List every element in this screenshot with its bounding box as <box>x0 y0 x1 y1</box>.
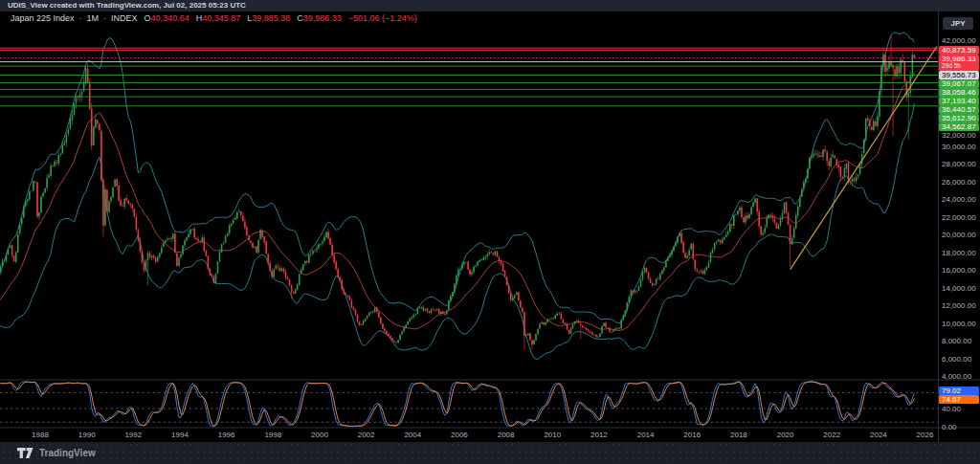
svg-text:39,556.73: 39,556.73 <box>942 71 976 79</box>
svg-text:38,058.46: 38,058.46 <box>942 88 976 97</box>
low-value: 39,885.38 <box>252 13 290 23</box>
svg-text:2008: 2008 <box>498 431 515 439</box>
svg-text:2000: 2000 <box>311 431 328 439</box>
legend-separator: · <box>79 13 82 23</box>
bollinger-bands[interactable] <box>0 33 914 359</box>
svg-text:2026: 2026 <box>917 431 934 439</box>
svg-text:42,000.00: 42,000.00 <box>942 36 976 45</box>
svg-text:10,000.00: 10,000.00 <box>942 320 976 328</box>
time-scale[interactable]: 1988199019921994199619982000200220042006… <box>32 431 934 439</box>
symbol-interval[interactable]: 1M <box>87 13 100 23</box>
tradingview-chart-export: UDIS_View created with TradingView.com, … <box>0 0 980 464</box>
close-value: 39,986.33 <box>303 13 342 23</box>
high-value: 40,345.87 <box>202 13 240 23</box>
change-value: −501.06 (−1.24%) <box>348 13 417 23</box>
svg-text:26,000.00: 26,000.00 <box>942 178 976 187</box>
svg-text:40.00: 40.00 <box>942 405 962 413</box>
svg-text:34,562.87: 34,562.87 <box>942 122 976 131</box>
svg-text:4,000.00: 4,000.00 <box>942 372 972 381</box>
svg-text:24,000.00: 24,000.00 <box>942 195 976 204</box>
svg-text:28,000.00: 28,000.00 <box>942 160 976 168</box>
svg-text:2018: 2018 <box>730 431 747 439</box>
svg-text:74.67: 74.67 <box>942 395 962 404</box>
export-header-text: UDIS_View created with TradingView.com, … <box>8 1 246 10</box>
svg-text:1998: 1998 <box>264 431 281 439</box>
svg-text:2006: 2006 <box>451 431 468 439</box>
svg-text:1992: 1992 <box>124 431 142 439</box>
svg-text:1996: 1996 <box>218 431 235 439</box>
currency-button[interactable]: JPY <box>943 17 973 30</box>
svg-text:18,000.00: 18,000.00 <box>942 249 976 257</box>
svg-text:37,193.40: 37,193.40 <box>942 97 976 105</box>
ohlc-high: H40,345.87 <box>196 13 241 23</box>
legend-separator: · <box>103 13 106 23</box>
svg-text:29d 5h: 29d 5h <box>942 62 961 69</box>
chart-canvas[interactable]: 40,873.5939,986.3329d 5h39,556.7339,067.… <box>0 0 980 464</box>
svg-text:1988: 1988 <box>32 431 49 439</box>
tradingview-logo-icon[interactable] <box>17 448 33 458</box>
svg-text:2024: 2024 <box>870 431 887 439</box>
svg-text:30,000.00: 30,000.00 <box>942 143 976 151</box>
stochastic-d-line <box>0 382 914 427</box>
svg-text:2002: 2002 <box>358 431 375 439</box>
svg-text:2004: 2004 <box>404 431 421 439</box>
symbol-exchange[interactable]: INDEX <box>111 13 138 23</box>
svg-text:32,000.00: 32,000.00 <box>942 131 976 140</box>
symbol-legend: Japan 225 Index · 1M · INDEX O40,340.64 … <box>11 13 417 23</box>
svg-text:20,000.00: 20,000.00 <box>942 231 976 239</box>
svg-text:2016: 2016 <box>683 431 701 439</box>
trendline[interactable] <box>791 47 937 270</box>
candlestick-series[interactable] <box>0 36 914 350</box>
svg-text:2020: 2020 <box>777 431 794 439</box>
svg-text:40,873.59: 40,873.59 <box>942 46 976 55</box>
svg-text:36,440.57: 36,440.57 <box>942 105 976 114</box>
stochastic-pane[interactable] <box>0 382 938 427</box>
ohlc-low: L39,885.38 <box>247 13 290 23</box>
ohlc-open: O40,340.64 <box>145 13 189 23</box>
open-label: O <box>145 13 151 23</box>
open-value: 40,340.64 <box>151 13 189 23</box>
svg-text:8,000.00: 8,000.00 <box>942 337 972 345</box>
svg-text:39,067.07: 39,067.07 <box>942 79 976 88</box>
svg-text:6,000.00: 6,000.00 <box>942 355 972 364</box>
export-header: UDIS_View created with TradingView.com, … <box>0 0 980 11</box>
svg-text:2022: 2022 <box>823 431 840 439</box>
svg-text:14,000.00: 14,000.00 <box>942 284 976 293</box>
svg-text:2012: 2012 <box>590 431 608 439</box>
svg-text:22,000.00: 22,000.00 <box>942 213 976 222</box>
pane-separators <box>0 11 980 442</box>
symbol-title[interactable]: Japan 225 Index <box>11 13 75 23</box>
svg-text:2010: 2010 <box>544 431 561 439</box>
svg-text:2014: 2014 <box>637 431 655 439</box>
tradingview-brand-text[interactable]: TradingView <box>39 448 96 458</box>
svg-text:12,000.00: 12,000.00 <box>942 301 976 310</box>
price-scale[interactable]: 40,873.5939,986.3329d 5h39,556.7339,067.… <box>939 36 979 431</box>
svg-text:16,000.00: 16,000.00 <box>942 266 976 275</box>
svg-text:79.02: 79.02 <box>942 387 962 395</box>
horizontal-level-lines[interactable] <box>0 48 938 106</box>
svg-text:1994: 1994 <box>171 431 189 439</box>
svg-text:0.00: 0.00 <box>942 423 957 431</box>
svg-text:35,612.90: 35,612.90 <box>942 114 976 122</box>
svg-text:1990: 1990 <box>78 431 96 439</box>
footer-bar: TradingView <box>0 442 980 464</box>
ohlc-close: C39,986.33 <box>297 13 342 23</box>
